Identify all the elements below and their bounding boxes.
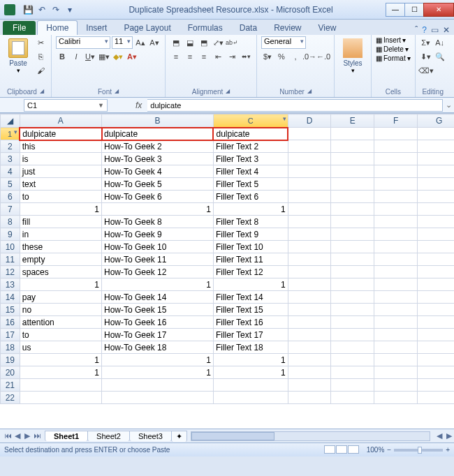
sheet-tab-3[interactable]: Sheet3 [129,431,172,441]
cell[interactable]: Filler Text 6 [213,191,288,203]
row-header[interactable]: 15 [1,304,20,316]
tab-data[interactable]: Data [231,21,265,35]
cell[interactable]: this [20,140,101,153]
sheet-tab-1[interactable]: Sheet1 [45,431,88,441]
cell[interactable] [288,379,331,392]
col-header-a[interactable]: A [20,114,101,128]
cell[interactable] [288,228,331,241]
dialog-launcher-icon[interactable]: ◢ [40,88,44,96]
cell[interactable] [288,203,331,216]
expand-formula-bar-icon[interactable]: ⌄ [443,101,454,110]
cell[interactable] [331,316,374,329]
cell[interactable] [102,392,214,404]
row-header[interactable]: 20 [1,366,20,379]
row-header[interactable]: 6 [1,191,20,203]
row-header[interactable]: 16 [1,316,20,329]
insert-cells-button[interactable]: ▦ Insert ▾ [376,36,411,44]
cell[interactable] [374,354,418,366]
cell[interactable] [331,379,374,392]
formula-input[interactable]: dulpicate [147,99,443,112]
cell[interactable] [288,191,331,203]
cell[interactable]: 1 [20,366,101,379]
cell[interactable] [418,241,454,253]
accounting-format-button[interactable]: $▾ [261,50,274,63]
worksheet-grid[interactable]: ◢ A B C D E F G 1dulpicatedulpicatedulpi… [0,113,454,429]
row-header[interactable]: 12 [1,266,20,278]
col-header-g[interactable]: G [418,114,454,128]
cell[interactable]: How-To Geek 16 [102,316,214,329]
cell[interactable]: us [20,341,101,354]
fill-button[interactable]: ⬇▾ [420,50,432,63]
save-icon[interactable]: 💾 [22,4,34,15]
name-box[interactable]: C1▼ [24,99,108,112]
cell[interactable] [331,253,374,266]
cell[interactable] [418,216,454,228]
cell[interactable]: How-To Geek 12 [102,266,214,278]
cell[interactable] [288,329,331,341]
cell[interactable] [288,165,331,178]
cell[interactable] [418,291,454,304]
cell[interactable]: Filler Text 16 [213,316,288,329]
align-right-button[interactable]: ≡ [198,50,210,63]
zoom-slider[interactable] [394,449,443,452]
paste-button[interactable]: Paste ▾ [4,36,32,74]
cell[interactable]: fill [20,216,101,228]
decrease-indent-button[interactable]: ⇤ [212,50,224,63]
view-buttons[interactable] [324,445,360,455]
row-header[interactable]: 17 [1,329,20,341]
cell[interactable] [374,341,418,354]
cell[interactable]: dulpicate [102,128,214,140]
cell[interactable] [331,341,374,354]
last-sheet-button[interactable]: ⏭ [32,431,42,440]
cell[interactable] [331,140,374,153]
align-left-button[interactable]: ≡ [170,50,182,63]
cell[interactable] [374,178,418,191]
cell[interactable]: How-To Geek 10 [102,241,214,253]
cell[interactable] [288,278,331,291]
cell[interactable]: in [20,228,101,241]
cell[interactable] [374,278,418,291]
percent-button[interactable]: % [275,50,288,63]
cell[interactable] [288,178,331,191]
cell[interactable]: to [20,191,101,203]
col-header-b[interactable]: B [102,114,214,128]
cell[interactable]: dulpicate [213,128,288,140]
cell[interactable] [418,203,454,216]
tab-home[interactable]: Home [37,20,78,35]
cell[interactable]: dulpicate [20,128,101,140]
cell[interactable] [418,253,454,266]
row-header[interactable]: 3 [1,153,20,165]
cell[interactable]: 1 [102,203,214,216]
cell[interactable]: pay [20,291,101,304]
cell[interactable] [331,366,374,379]
cell[interactable] [213,392,288,404]
cell[interactable]: How-To Geek 2 [102,140,214,153]
tab-review[interactable]: Review [265,21,309,35]
cell[interactable]: Filler Text 10 [213,241,288,253]
row-header[interactable]: 21 [1,379,20,392]
cell[interactable]: Filler Text 15 [213,304,288,316]
cell[interactable]: these [20,241,101,253]
align-bottom-button[interactable]: ⬒ [198,36,210,49]
cell[interactable] [418,304,454,316]
cell[interactable] [288,316,331,329]
align-middle-button[interactable]: ⬓ [184,36,196,49]
row-header[interactable]: 18 [1,341,20,354]
cell[interactable] [418,153,454,165]
increase-decimal-button[interactable]: .0→ [303,50,316,63]
cell[interactable] [288,241,331,253]
new-sheet-button[interactable]: ✦ [171,431,187,442]
cell[interactable] [331,266,374,278]
comma-button[interactable]: , [289,50,302,63]
cell[interactable]: just [20,165,101,178]
cell[interactable]: How-To Geek 17 [102,329,214,341]
align-center-button[interactable]: ≡ [184,50,196,63]
cell[interactable] [288,266,331,278]
cell[interactable]: Filler Text 12 [213,266,288,278]
cell[interactable]: attention [20,316,101,329]
cell[interactable]: How-To Geek 9 [102,228,214,241]
cell[interactable]: 1 [213,366,288,379]
cell[interactable] [418,329,454,341]
cell[interactable] [374,241,418,253]
cell[interactable]: is [20,153,101,165]
